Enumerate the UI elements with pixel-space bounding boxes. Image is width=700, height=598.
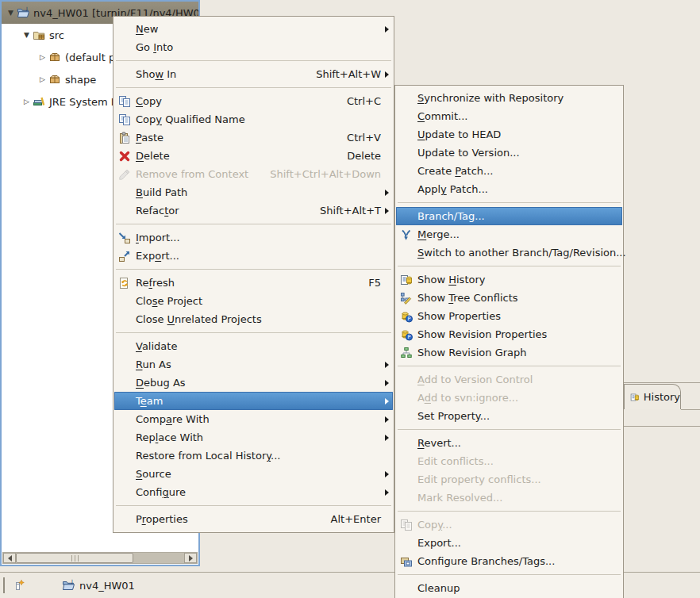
menu-item-properties[interactable]: Properties Alt+Enter [114, 510, 393, 528]
menu-item-label: Import... [136, 232, 180, 243]
menu-item-edit-conflicts[interactable]: Edit conflicts... [396, 452, 622, 470]
props-icon [400, 328, 417, 341]
menu-item-configure-branches-tags[interactable]: Configure Branches/Tags... [396, 552, 622, 570]
menu-item-paste[interactable]: Paste Ctrl+V [114, 128, 393, 147]
menu-item-debug-as[interactable]: Debug As [114, 374, 393, 392]
menu-item-copy[interactable]: Copy... [396, 516, 622, 534]
menu-item-export[interactable]: Export... [114, 247, 393, 265]
menu-item-switch-to-another-branch-tag-revision[interactable]: Switch to another Branch/Tag/Revision... [396, 243, 622, 262]
thumb-grip-icon [71, 555, 79, 562]
menu-separator [398, 202, 621, 203]
source-folder-icon [33, 29, 45, 41]
menu-item-synchronize-with-repository[interactable]: Synchronize with Repository [396, 89, 622, 107]
submenu-arrow-icon [381, 380, 389, 386]
menu-item-compare-with[interactable]: Compare With [114, 410, 393, 428]
props-icon [400, 310, 417, 323]
menu-item-update-to-version[interactable]: Update to Version... [396, 144, 622, 162]
menu-item-copy-qualified-name[interactable]: Copy Qualified Name [114, 110, 393, 128]
menu-item-refactor[interactable]: Refactor Shift+Alt+T [114, 201, 393, 220]
submenu-arrow-icon [381, 435, 389, 441]
package-icon [48, 51, 61, 63]
menu-item-remove-from-context[interactable]: Remove from Context Shift+Ctrl+Alt+Down [114, 165, 393, 183]
menu-item-edit-property-conflicts[interactable]: Edit property conflicts... [396, 470, 622, 489]
scrollbar-track[interactable] [16, 553, 184, 563]
menu-item-show-properties[interactable]: Show Properties [396, 307, 622, 325]
menu-separator [398, 511, 621, 512]
menu-item-show-history[interactable]: Show History [396, 270, 622, 289]
menu-item-update-to-head[interactable]: Update to HEAD [396, 125, 622, 144]
menu-item-label: Show Tree Conflicts [417, 292, 518, 304]
expander-icon[interactable]: ▼ [5, 9, 17, 17]
menu-item-export[interactable]: Export... [396, 534, 622, 552]
expander-icon[interactable]: ▷ [21, 98, 33, 105]
menu-item-label: Add to Version Control [417, 374, 533, 385]
menu-item-label: Apply Patch... [417, 183, 488, 195]
menu-item-label: Replace With [136, 431, 203, 443]
export-icon [118, 250, 136, 263]
horizontal-scrollbar[interactable] [2, 552, 198, 564]
menu-item-revert[interactable]: Revert... [396, 434, 622, 452]
menu-item-shortcut: Delete [333, 150, 381, 162]
menu-item-cleanup[interactable]: Cleanup [396, 579, 622, 597]
expander-icon[interactable]: ▷ [37, 53, 48, 61]
right-arrow-icon [189, 555, 193, 562]
expander-icon[interactable]: ▼ [21, 31, 33, 39]
scrollbar-thumb[interactable] [16, 553, 133, 563]
java-project-icon [62, 579, 75, 592]
menu-item-mark-resolved[interactable]: Mark Resolved... [396, 489, 622, 507]
menu-item-delete[interactable]: Delete Delete [114, 147, 393, 165]
menu-item-refresh[interactable]: Refresh F5 [114, 274, 393, 292]
menu-item-source[interactable]: Source [114, 465, 393, 483]
menu-item-new[interactable]: New [114, 20, 393, 38]
copy-icon [118, 95, 136, 108]
menu-item-label: Close Project [136, 295, 202, 307]
confbr-icon [400, 555, 417, 568]
menu-item-add-to-svn-ignore[interactable]: Add to svn:ignore... [396, 389, 622, 407]
pen-icon [13, 579, 25, 592]
menu-item-team[interactable]: Team [114, 392, 393, 410]
menu-item-label: Merge... [417, 228, 460, 240]
menu-item-show-revision-graph[interactable]: Show Revision Graph [396, 343, 622, 362]
menu-separator [398, 429, 621, 430]
expander-icon[interactable]: ▷ [37, 75, 48, 83]
statusbar-selection: nv4_HW01 [62, 579, 135, 592]
menu-item-label: Go Into [136, 41, 173, 53]
menu-item-label: Export... [417, 537, 461, 549]
menu-item-configure[interactable]: Configure [114, 483, 393, 501]
menu-item-go-into[interactable]: Go Into [114, 38, 393, 56]
menu-item-show-in[interactable]: Show In Shift+Alt+W [114, 65, 393, 83]
history-view-tab[interactable]: History [624, 384, 681, 409]
menu-item-label: Copy... [417, 519, 452, 531]
menu-item-create-patch[interactable]: Create Patch... [396, 162, 622, 180]
menu-item-build-path[interactable]: Build Path [114, 183, 393, 201]
merge-icon [400, 228, 417, 241]
menu-item-close-project[interactable]: Close Project [114, 292, 393, 310]
menu-item-merge[interactable]: Merge... [396, 225, 622, 243]
menu-item-show-revision-properties[interactable]: Show Revision Properties [396, 325, 622, 343]
submenu-arrow-icon [381, 471, 389, 477]
menu-item-commit[interactable]: Commit... [396, 107, 622, 125]
menu-item-label: Team [136, 395, 163, 407]
scroll-left-button[interactable] [3, 553, 16, 563]
menu-item-label: Run As [136, 358, 171, 370]
menu-item-branch-tag[interactable]: Branch/Tag... [396, 207, 622, 225]
menu-item-import[interactable]: Import... [114, 228, 393, 247]
menu-item-label: Switch to another Branch/Tag/Revision... [417, 247, 626, 259]
menu-item-label: Refactor [136, 205, 179, 217]
menu-item-show-tree-conflicts[interactable]: Show Tree Conflicts [396, 289, 622, 307]
menu-item-label: Mark Resolved... [417, 492, 502, 504]
menu-item-replace-with[interactable]: Replace With [114, 428, 393, 447]
menu-item-add-to-version-control[interactable]: Add to Version Control [396, 370, 622, 389]
menu-item-run-as[interactable]: Run As [114, 355, 393, 374]
menu-item-restore-from-local-history[interactable]: Restore from Local History... [114, 447, 393, 465]
menu-item-set-property[interactable]: Set Property... [396, 407, 622, 425]
import-icon [118, 232, 136, 244]
menu-item-validate[interactable]: Validate [114, 337, 393, 355]
treeconf-icon [400, 292, 417, 305]
scroll-right-button[interactable] [184, 553, 197, 563]
menu-item-close-unrelated-projects[interactable]: Close Unrelated Projects [114, 310, 393, 328]
menu-item-shortcut: F5 [354, 277, 381, 289]
menu-item-copy[interactable]: Copy Ctrl+C [114, 92, 393, 110]
menu-item-apply-patch[interactable]: Apply Patch... [396, 180, 622, 198]
menu-item-label: Export... [136, 250, 179, 262]
